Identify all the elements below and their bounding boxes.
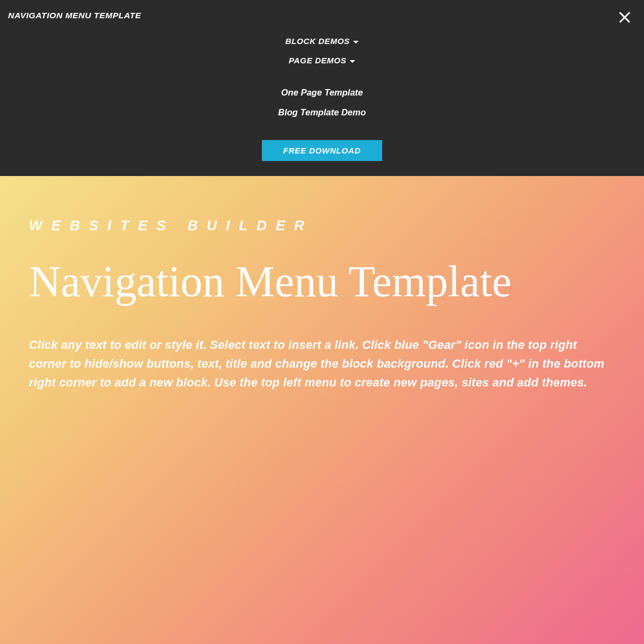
nav-container: BLOCK DEMOS PAGE DEMOS One Page Template…	[8, 37, 636, 161]
nav-dropdown-label: PAGE DEMOS	[289, 56, 346, 65]
hero-title[interactable]: Navigation Menu Template	[29, 258, 615, 306]
hero-description[interactable]: Click any text to edit or style it. Sele…	[29, 336, 615, 392]
chevron-down-icon	[353, 41, 359, 43]
nav-link-one-page[interactable]: One Page Template	[281, 87, 363, 98]
hero-subtitle[interactable]: WEBSITES BUILDER	[29, 218, 644, 233]
close-icon[interactable]	[617, 10, 632, 25]
nav-dropdown-page-demos[interactable]: PAGE DEMOS	[289, 56, 355, 65]
hero-section: WEBSITES BUILDER Navigation Menu Templat…	[0, 176, 644, 644]
download-button[interactable]: FREE DOWNLOAD	[262, 140, 383, 161]
header: NAVIGATION MENU TEMPLATE BLOCK DEMOS PAG…	[0, 0, 644, 176]
nav-dropdown-label: BLOCK DEMOS	[286, 37, 350, 46]
nav-dropdown-block-demos[interactable]: BLOCK DEMOS	[286, 37, 359, 46]
nav-link-blog-template[interactable]: Blog Template Demo	[278, 107, 366, 118]
chevron-down-icon	[350, 60, 356, 63]
logo[interactable]: NAVIGATION MENU TEMPLATE	[8, 11, 644, 20]
